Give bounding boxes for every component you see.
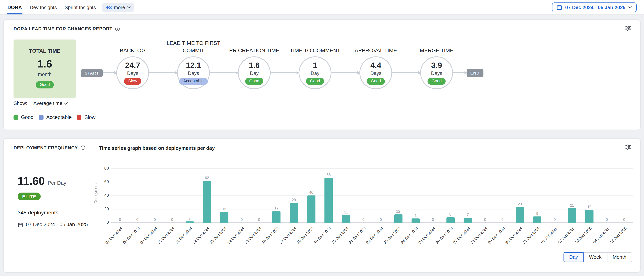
gridline [112,195,633,196]
bar [220,212,228,223]
total-time-box: TOTAL TIME 1.6 month Good [14,40,76,98]
granularity-month-button[interactable]: Month [607,252,632,262]
stage-value: 24.7 [125,61,140,70]
bar [585,210,594,223]
deployment-rate-unit: Per Day [48,180,66,186]
stage-name: MERGE TIME [406,47,468,54]
total-time-badge: Good [36,81,54,88]
bar [411,219,420,223]
bar-value-label: 7 [460,213,476,217]
y-axis-tick: 80 [92,166,109,170]
tab-dev-insights[interactable]: Dev Insights [30,0,57,15]
bar-value-label: 0 [164,218,180,222]
bar-value-label: 0 [355,218,372,222]
deployment-date-range-text: 07 Dec 2024 - 05 Jan 2025 [26,222,88,227]
bar-value-label: 0 [599,218,615,222]
dora-dashboard: DORADev InsightsSprint Insights +3 more … [0,0,644,276]
flow-arrow [453,72,466,73]
bar [203,181,211,223]
bar-value-label: 0 [494,218,511,222]
bar-value-label: 9 [529,212,546,216]
chevron-down-icon [127,6,131,8]
stage-name: BACKLOG [102,47,164,54]
bar-value-label: 29 [286,198,302,202]
lead-time-card: DORA LEAD TIME FOR CHANGES REPORT TOTAL … [3,19,640,130]
bar-value-label: 6 [408,214,424,218]
stage-value: 3.9 [431,61,442,70]
bar-value-label: 23 [512,202,528,206]
flow-arrow [149,72,177,73]
bar [446,217,454,223]
bar-value-label: 0 [477,218,493,222]
elite-tier-badge: ELITE [18,193,41,200]
bar [568,208,576,223]
bar-value-label: 62 [199,176,215,180]
flow-arrow [332,72,360,73]
bar-value-label: 0 [129,218,146,222]
stage-unit: Days [188,70,199,76]
show-label: Show: [14,100,27,106]
legend-item-acceptable: Acceptable [39,114,72,120]
stage-name: APPROVAL TIME [345,47,407,54]
bar-value-label: 0 [373,218,389,222]
bar [516,207,524,223]
bar-value-label: 12 [390,209,406,214]
chart-settings-sliders-icon[interactable] [625,25,631,31]
tab-dora[interactable]: DORA [8,0,22,15]
legend-item-slow: Slow [77,114,96,120]
stage-name: TIME TO COMMENT [284,47,346,54]
deployment-rate: 11.60 Per Day [18,175,66,188]
calendar-icon [18,222,23,227]
deployments-count: 348 deployments [18,209,58,216]
bar-value-label: 0 [546,218,563,222]
tab-sprint-insights[interactable]: Sprint Insights [65,0,96,15]
bar-value-label: 0 [112,218,128,222]
topbar: DORADev InsightsSprint Insights +3 more … [0,0,644,15]
date-range-button[interactable]: 07 Dec 2024 - 05 Jan 2025 [552,2,636,12]
legend-swatch [77,115,82,119]
stage-unit: Days [370,70,382,76]
bar [186,221,194,223]
legend-label: Acceptable [46,114,72,120]
y-axis-tick: 0 [92,220,109,224]
more-tabs-chip[interactable]: +3 more [102,3,134,12]
bar [464,218,472,223]
info-icon[interactable] [80,145,85,150]
bar [394,214,402,223]
stage-unit: Day [250,70,258,76]
stage-time-to-comment: TIME TO COMMENT1DayGood [299,56,332,89]
deployments-bar-chart: 007 Dec 2024008 Dec 2024009 Dec 2024010 … [112,168,633,223]
bar [307,195,315,223]
bar-value-label: 0 [251,218,267,222]
granularity-day-button[interactable]: Day [563,252,584,262]
bar [533,216,541,223]
bar-value-label: 0 [616,218,632,222]
chevron-down-icon [628,6,632,8]
bar [342,215,350,223]
info-icon[interactable] [115,26,120,31]
gridline [112,209,633,209]
gridline [112,182,633,182]
flow-start-pill: START [81,69,103,77]
show-metric-dropdown[interactable]: Show: Average time [14,100,68,106]
bar-value-label: 0 [425,218,441,222]
granularity-toggle: DayWeekMonth [563,252,632,262]
legend-swatch [39,115,44,119]
stage-backlog: BACKLOG24.7DaysSlow [116,56,149,89]
stage-value: 12.1 [186,61,201,70]
lead-time-flow: STARTBACKLOG24.7DaysSlowLEAD TIME TO FIR… [81,56,483,89]
stage-lead-time-to-first-commit: LEAD TIME TO FIRST COMMIT12.1DaysAccepta… [177,56,210,89]
granularity-week-button[interactable]: Week [583,252,608,262]
flow-arrow [271,72,299,73]
stage-name: PR CREATION TIME [224,47,285,54]
deployment-card-header: DEPLOYMENT FREQUENCY [14,145,85,150]
stage-badge: Acceptable [179,78,208,85]
sliders-icon [625,25,631,31]
more-tabs-label: more [114,4,125,10]
legend-swatch [14,115,18,119]
lead-time-card-header: DORA LEAD TIME FOR CHANGES REPORT [14,26,120,31]
deployment-rate-value: 11.60 [18,175,45,188]
legend-label: Slow [84,114,96,120]
chart-settings-sliders-icon[interactable] [625,144,631,150]
more-tabs-count: +3 [106,4,112,10]
